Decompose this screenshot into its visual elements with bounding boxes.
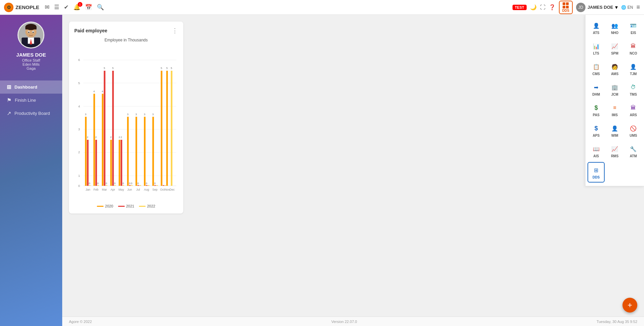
fab-button[interactable]: + (622, 298, 637, 313)
jcm-icon: 🏢 (610, 83, 619, 92)
drawer-item-cms[interactable]: 📋 CMS (588, 59, 605, 78)
drawer-item-jcm[interactable]: 🏢 JCM (606, 80, 623, 99)
wim-label: WIM (611, 134, 618, 137)
sidebar-label-dashboard: Dashboard (14, 85, 37, 90)
logo[interactable]: ⚙ ZENOPLE (4, 3, 39, 12)
tjm-icon: 👤 (629, 62, 638, 71)
ais-label: AIS (593, 154, 599, 158)
drawer-item-pas[interactable]: $ PAS (588, 100, 605, 120)
chart-menu-button[interactable]: ⋮ (172, 27, 178, 34)
chart-card: Paid employee ⋮ Employee in Thousands 6 … (69, 22, 183, 214)
svg-text:5: 5 (78, 81, 80, 85)
sidebar-item-finish-line[interactable]: ⚑ Finish Line (0, 94, 62, 107)
svg-text:4: 4 (93, 90, 95, 93)
drawer-item-atm[interactable]: 🔧 ATM (625, 141, 642, 161)
language-selector[interactable]: 🌐 EN (621, 5, 633, 10)
legend-2022: 2022 (139, 204, 155, 208)
drawer-item-dds[interactable]: ⊞ DDS (588, 162, 605, 183)
check-icon[interactable]: ✔ (64, 4, 69, 11)
top-nav-right: TEST 🌙 ⛶ ❓ DDS JD JAMES DOE ▾ 🌐 EN ≡ (513, 1, 640, 14)
svg-rect-76 (161, 71, 162, 186)
wim-icon: 👤 (610, 124, 619, 133)
svg-text:0: 0 (137, 182, 139, 185)
dds-drawer-label: DDS (593, 175, 600, 179)
svg-rect-71 (152, 117, 154, 186)
svg-text:2: 2 (119, 136, 120, 139)
atm-icon: 🔧 (629, 144, 638, 154)
chart-title: Paid employee (74, 28, 107, 33)
test-badge: TEST (513, 5, 527, 10)
drawer-item-ats[interactable]: 👤 ATS (588, 18, 605, 37)
svg-text:5: 5 (161, 67, 162, 70)
cms-icon: 📋 (592, 62, 601, 71)
drawer-item-ais[interactable]: 📖 AIS (588, 141, 605, 161)
sidebar-user-dept: Eden Mills (23, 62, 40, 66)
drawer-item-nco[interactable]: 🏛 NCO (625, 39, 642, 58)
svg-text:4: 4 (102, 90, 104, 93)
svg-rect-31 (93, 94, 95, 186)
user-name-top: JAMES DOE (588, 5, 613, 10)
svg-text:Oct: Oct (160, 188, 165, 191)
svg-rect-55 (127, 117, 129, 186)
chart-subtitle: Employee in Thousands (74, 38, 178, 42)
svg-text:0: 0 (129, 182, 130, 185)
svg-text:Sep: Sep (152, 188, 158, 191)
drawer-item-ams[interactable]: 🧑 AMS (606, 59, 623, 78)
pas-icon: $ (592, 103, 601, 112)
svg-rect-49 (119, 140, 120, 186)
drawer-item-ums[interactable]: 🚫 UMS (625, 121, 642, 140)
svg-text:Jun: Jun (127, 188, 132, 191)
productivity-board-icon: ↗ (7, 110, 11, 117)
nco-icon: 🏛 (629, 41, 638, 51)
dark-mode-icon[interactable]: 🌙 (530, 4, 537, 10)
legend-color-2022 (139, 206, 146, 207)
svg-point-10 (33, 32, 34, 33)
drawer-item-lts[interactable]: 📊 LTS (588, 39, 605, 58)
dds-button[interactable]: DDS (559, 1, 573, 14)
sidebar-item-productivity-board[interactable]: ↗ Productivity Board (0, 107, 62, 120)
drawer-item-ims[interactable]: ≡ IMS (606, 100, 623, 120)
eis-label: EIS (631, 31, 636, 35)
drawer-item-tms[interactable]: ⏱ TMS (625, 80, 642, 99)
footer: Agore © 2022 Version 22.07.0 Tuesday, 30… (62, 317, 644, 326)
drawer-item-eis[interactable]: 🪪 EIS (625, 18, 642, 37)
sidebar: JAMES DOE Office Staff Eden Mills Gaga ⊞… (0, 15, 62, 326)
drawer-item-ars[interactable]: 🏛 ARS (625, 100, 642, 120)
drawer-item-nho[interactable]: 👥 NHO (606, 18, 623, 37)
svg-rect-43 (110, 140, 112, 186)
logo-icon: ⚙ (4, 3, 13, 12)
drawer-item-tjm[interactable]: 👤 TJM (625, 59, 642, 78)
drawer-item-dhm[interactable]: ➡ DHM (588, 80, 605, 99)
sidebar-label-productivity-board: Productivity Board (14, 111, 50, 116)
drawer-item-aps[interactable]: $ APS (588, 121, 605, 140)
legend-2020: 2020 (97, 204, 113, 208)
notification-icon[interactable]: 🔔 1 (73, 4, 80, 11)
svg-point-9 (28, 32, 30, 33)
dashboard-icon: ⊞ (7, 84, 11, 90)
legend-color-2020 (97, 206, 104, 207)
hamburger-icon[interactable]: ≡ (636, 4, 640, 11)
calendar-icon[interactable]: 📅 (85, 4, 92, 11)
search-icon[interactable]: 🔍 (97, 4, 104, 11)
sidebar-navigation: ⊞ Dashboard ⚑ Finish Line ↗ Productivity… (0, 80, 62, 120)
svg-text:3: 3 (85, 113, 86, 116)
drawer-item-rms[interactable]: 📈 RMS (606, 141, 623, 161)
fullscreen-icon[interactable]: ⛶ (540, 4, 545, 10)
svg-text:0: 0 (154, 182, 156, 185)
svg-text:1: 1 (78, 174, 80, 177)
user-info[interactable]: JD JAMES DOE ▾ (576, 3, 618, 12)
help-icon[interactable]: ❓ (549, 4, 556, 10)
ars-icon: 🏛 (629, 103, 638, 112)
list-icon[interactable]: ☰ (54, 4, 59, 11)
svg-text:3: 3 (78, 127, 80, 131)
drawer-item-wim[interactable]: 👤 WIM (606, 121, 623, 140)
chart-svg: 6 5 4 3 2 1 0 3 2 0 (74, 45, 178, 200)
ats-icon: 👤 (592, 21, 601, 30)
svg-text:2: 2 (87, 136, 88, 139)
svg-text:3: 3 (152, 113, 154, 116)
drawer-item-spm[interactable]: 📈 SPM (606, 39, 623, 58)
sidebar-item-dashboard[interactable]: ⊞ Dashboard (0, 80, 62, 94)
drawer-grid: 👤 ATS 👥 NHO 🪪 EIS 📊 LTS 📈 SPM 🏛 NCO 📋 CM… (588, 18, 642, 183)
avatar (17, 22, 44, 48)
email-icon[interactable]: ✉ (45, 4, 49, 11)
